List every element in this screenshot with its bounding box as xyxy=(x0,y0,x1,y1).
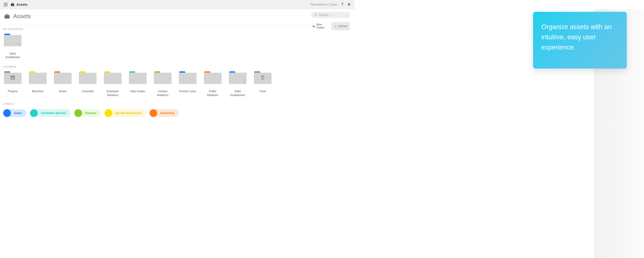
folder-icon xyxy=(129,71,146,84)
folder-label: Projects xyxy=(8,89,18,93)
svg-line-5 xyxy=(316,15,316,16)
briefcase-icon xyxy=(10,3,14,6)
label-text: Customer Service xyxy=(41,111,66,115)
folder-body xyxy=(29,73,46,84)
labels-section: LABELS SalesCustomer ServiceFinanceHuman… xyxy=(0,98,354,118)
folder-icon: ★ xyxy=(229,71,246,84)
folder-body xyxy=(104,73,122,84)
label-text: Sales xyxy=(14,111,22,115)
svg-rect-12 xyxy=(14,77,14,78)
folder-folder-0[interactable]: Projects xyxy=(3,71,22,97)
folder-folder-5[interactable]: Help Guides xyxy=(128,71,147,97)
new-folder-button[interactable]: New Folder xyxy=(311,22,329,30)
menu-button[interactable] xyxy=(4,3,8,6)
search-placeholder: Search... xyxy=(319,13,331,16)
label-sales[interactable]: Sales xyxy=(3,109,26,117)
folder-body xyxy=(54,73,72,84)
folder-icon xyxy=(179,71,196,84)
label-human-resources[interactable]: Human Resources xyxy=(104,109,146,117)
label-finance[interactable]: Finance xyxy=(74,109,101,117)
folder-folder-4[interactable]: Employee Relations xyxy=(103,71,122,97)
folder-icon xyxy=(54,71,72,84)
label-color-dot xyxy=(30,109,38,117)
folder-label: Product Lines xyxy=(179,89,196,93)
upload-icon xyxy=(334,25,337,27)
folder-body xyxy=(129,73,146,84)
folder-icon: ★ xyxy=(4,34,22,46)
folder-folder-1[interactable]: Branches xyxy=(28,71,47,97)
label-color-dot xyxy=(3,109,11,117)
svg-rect-14 xyxy=(12,78,13,79)
callout-text: Organize assets with an intuitive, easy … xyxy=(541,23,612,51)
labels-heading: LABELS xyxy=(3,102,351,105)
folder-folder-3[interactable]: Corporate xyxy=(78,71,97,97)
svg-rect-3 xyxy=(6,14,8,15)
app-bar-title: Assets xyxy=(10,2,28,6)
app-bar: Assets Trial expires in 2 years ? xyxy=(0,0,354,9)
calendar-icon xyxy=(10,75,16,81)
page-title-text: Assets xyxy=(13,13,31,20)
folder-label: Help Guides xyxy=(130,89,145,93)
svg-rect-0 xyxy=(11,4,14,6)
label-color-dot xyxy=(104,109,112,117)
folder-folder-7[interactable]: Product Lines xyxy=(178,71,197,97)
search-input[interactable]: Search... xyxy=(311,12,350,18)
svg-rect-1 xyxy=(12,3,13,4)
svg-rect-9 xyxy=(14,75,14,76)
folder-icon xyxy=(204,71,222,84)
folder-label: Trash xyxy=(259,89,266,93)
bell-icon[interactable] xyxy=(347,2,351,6)
folder-icon xyxy=(104,71,122,84)
svg-point-4 xyxy=(314,14,316,16)
trash-icon xyxy=(260,75,266,81)
folder-folder-9[interactable]: ★Sales Enablement xyxy=(228,71,247,97)
svg-rect-11 xyxy=(12,77,13,78)
briefcase-icon xyxy=(4,14,10,19)
folder-label: Sales Enablement xyxy=(228,89,247,97)
folder-icon xyxy=(29,71,46,84)
page-header: Assets Search... New Folder Upload xyxy=(0,9,354,24)
label-color-dot xyxy=(150,109,157,117)
new-folder-label: New Folder xyxy=(316,23,328,29)
trial-status: Trial expires in 2 years xyxy=(310,3,338,6)
label-marketing[interactable]: Marketing xyxy=(150,109,179,117)
page-title: Assets xyxy=(4,13,31,20)
folder-folder-10[interactable]: Trash xyxy=(253,71,272,97)
svg-rect-13 xyxy=(11,78,12,79)
label-text: Human Resources xyxy=(116,111,141,115)
app-bar-title-text: Assets xyxy=(16,2,28,6)
header-actions: Search... New Folder Upload xyxy=(311,9,350,30)
upload-button[interactable]: Upload xyxy=(332,22,350,30)
folder-label: Corporate xyxy=(82,89,94,93)
svg-rect-8 xyxy=(11,75,12,76)
star-icon: ★ xyxy=(18,42,20,46)
favorites-section: MY FAVORITES ★Sales Enablement xyxy=(0,24,354,60)
label-text: Finance xyxy=(85,111,96,115)
label-customer-service[interactable]: Customer Service xyxy=(30,109,71,117)
upload-label: Upload xyxy=(338,24,347,28)
folder-folder-2[interactable]: Brand xyxy=(53,71,72,97)
svg-rect-7 xyxy=(10,76,15,77)
folder-body xyxy=(154,73,172,84)
help-button[interactable]: ? xyxy=(341,2,344,7)
svg-rect-10 xyxy=(11,77,12,78)
feature-callout: Organize assets with an intuitive, easy … xyxy=(533,12,627,69)
svg-rect-2 xyxy=(4,15,10,18)
favorite-folder-0[interactable]: ★Sales Enablement xyxy=(3,34,22,59)
folder-label: Branches xyxy=(32,89,44,93)
star-icon: ★ xyxy=(242,80,246,84)
folder-body xyxy=(79,73,96,84)
folders-heading: FOLDERS xyxy=(3,65,351,68)
folder-label: Brand xyxy=(59,89,66,93)
folder-plus-icon xyxy=(313,25,315,27)
folder-label: Sales Enablement xyxy=(3,52,22,59)
folder-body xyxy=(179,73,196,84)
search-icon xyxy=(314,13,317,16)
folder-folder-8[interactable]: Public Relations xyxy=(203,71,222,97)
folder-icon xyxy=(79,71,96,84)
folders-section: FOLDERS ProjectsBranchesBrandCorporateEm… xyxy=(0,60,354,98)
svg-rect-15 xyxy=(14,78,14,79)
folder-label: Employee Relations xyxy=(103,89,122,97)
label-text: Marketing xyxy=(160,111,174,115)
folder-folder-6[interactable]: Investor Relations xyxy=(153,71,172,97)
